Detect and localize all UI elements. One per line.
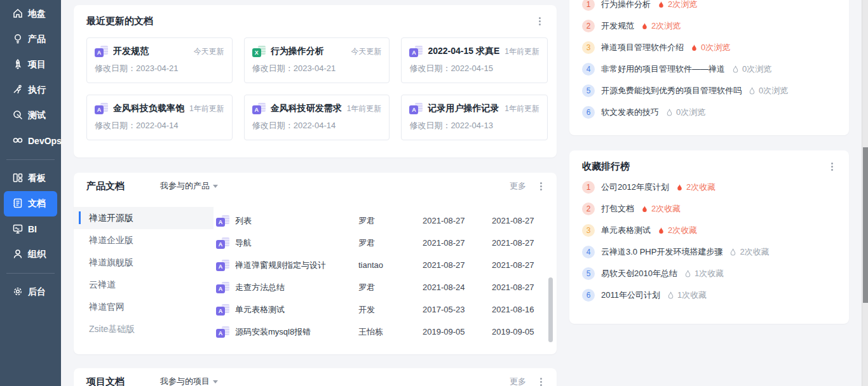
sidebar-item-home[interactable]: 地盘 bbox=[4, 1, 57, 27]
word-doc-icon: A bbox=[216, 304, 229, 316]
sidebar-item-product[interactable]: 产品 bbox=[4, 27, 57, 52]
product-item[interactable]: 禅道旗舰版 bbox=[74, 251, 214, 274]
table-row[interactable]: A 单元表格测试 开发 2017-05-23 2021-08-16 bbox=[216, 298, 544, 321]
doc-updated-date: 2019-09-05 bbox=[492, 327, 544, 336]
view-count: 2次浏览 bbox=[657, 0, 697, 10]
view-count: 2次浏览 bbox=[641, 20, 681, 32]
doc-created-date: 2017-05-23 bbox=[423, 305, 486, 314]
doc-updated-date: 2021-08-27 bbox=[492, 260, 544, 270]
recent-docs-grid: A 开发规范 今天更新 修改日期：2023-04-21 X 行为操作分析 今天更… bbox=[86, 37, 544, 140]
table-scrollbar[interactable] bbox=[548, 277, 553, 342]
favorite-rank-card: 收藏排行榜 1 公司2012年度计划 2次收藏 2 打包文档 2次收藏 3 单元… bbox=[569, 150, 849, 324]
doc-tile-badge: 今天更新 bbox=[194, 46, 224, 57]
project-filter-dropdown[interactable]: 我参与的项目 bbox=[160, 376, 218, 386]
doc-tile[interactable]: A 金风科技负载率饱 1年前更新 修改日期：2022-04-14 bbox=[86, 95, 233, 140]
doc-tile[interactable]: A 2022-04-15 求真E 1年前更新 修改日期：2022-04-15 bbox=[401, 37, 548, 83]
table-row[interactable]: A 源码安装mysql8报错 王怡栋 2019-09-05 2019-09-05 bbox=[216, 321, 544, 343]
sidebar-item-organization[interactable]: 组织 bbox=[4, 242, 57, 267]
document-icon bbox=[12, 197, 24, 211]
rank-doc-link[interactable]: 非常好用的项目管理软件——禅道 bbox=[601, 63, 725, 75]
rank-item: 5 开源免费能找到优秀的项目管理软件吗 0次浏览 bbox=[569, 80, 849, 102]
table-row[interactable]: A 走查方法总结 罗君 2021-08-24 2021-08-27 bbox=[216, 276, 544, 298]
rank-number-badge: 5 bbox=[582, 84, 595, 97]
product-item[interactable]: 禅道企业版 bbox=[74, 229, 214, 251]
rank-doc-link[interactable]: 开源免费能找到优秀的项目管理软件吗 bbox=[601, 85, 742, 96]
word-doc-icon: A bbox=[216, 237, 229, 249]
rank-doc-link[interactable]: 2011年公司计划 bbox=[601, 290, 660, 301]
sidebar-item-kanban[interactable]: 看板 bbox=[4, 166, 57, 191]
recent-docs-title: 最近更新的文档 bbox=[86, 15, 153, 27]
rank-item: 5 易软天创2010年总结 1次收藏 bbox=[569, 263, 849, 284]
doc-created-date: 2019-09-05 bbox=[423, 327, 486, 336]
doc-tile[interactable]: X 行为操作分析 今天更新 修改日期：2023-04-21 bbox=[244, 37, 390, 83]
sidebar-item-admin[interactable]: 后台 bbox=[4, 279, 57, 305]
clipped-table-row: A bbox=[216, 199, 544, 204]
kebab-menu-icon[interactable] bbox=[535, 17, 544, 27]
rank-doc-link[interactable]: 开发规范 bbox=[601, 20, 634, 32]
more-link[interactable]: 更多 bbox=[510, 376, 526, 386]
favorite-rank-title: 收藏排行榜 bbox=[582, 161, 630, 173]
app-window: 地盘 产品 项目 执行 测试 DevOps 看板 文档 bbox=[0, 0, 868, 386]
project-docs-title: 项目文档 bbox=[86, 376, 125, 386]
sidebar-item-bi[interactable]: BI bbox=[4, 216, 57, 242]
word-doc-icon: A bbox=[409, 103, 423, 114]
sidebar-item-label: DevOps bbox=[28, 136, 62, 146]
doc-title: 走查方法总结 bbox=[235, 282, 353, 293]
doc-author: 罗君 bbox=[358, 282, 417, 293]
devops-icon bbox=[12, 135, 24, 148]
table-row[interactable]: A 列表 罗君 2021-08-27 2021-08-27 bbox=[216, 210, 544, 232]
product-item[interactable]: 云禅道 bbox=[74, 274, 214, 296]
rank-number-badge: 3 bbox=[582, 224, 595, 237]
sidebar-item-label: 看板 bbox=[28, 173, 46, 184]
page-scrollbar[interactable] bbox=[862, 0, 868, 386]
rank-doc-link[interactable]: 云禅道3.0 PHP开发环境搭建步骤 bbox=[601, 246, 722, 258]
rank-doc-link[interactable]: 易软天创2010年总结 bbox=[601, 268, 677, 279]
doc-tile[interactable]: A 金风科技研发需求 1年前更新 修改日期：2022-04-14 bbox=[244, 95, 390, 140]
rank-item: 2 打包文档 2次收藏 bbox=[569, 198, 849, 220]
rank-doc-link[interactable]: 单元表格测试 bbox=[601, 225, 651, 236]
product-item[interactable]: Zsite基础版 bbox=[74, 318, 214, 340]
word-doc-icon: A bbox=[95, 103, 108, 114]
word-doc-icon: A bbox=[216, 326, 229, 338]
table-row[interactable]: A 禅道弹窗规则指定与设计 tiantao 2021-08-27 2021-08… bbox=[216, 254, 544, 276]
rank-number-badge: 6 bbox=[582, 289, 595, 302]
sidebar-item-execution[interactable]: 执行 bbox=[4, 77, 57, 103]
rank-doc-link[interactable]: 禅道项目管理软件介绍 bbox=[601, 42, 684, 53]
doc-author: 王怡栋 bbox=[358, 326, 417, 338]
rank-item: 4 云禅道3.0 PHP开发环境搭建步骤 2次收藏 bbox=[569, 241, 849, 263]
product-item[interactable]: 禅道官网 bbox=[74, 296, 214, 318]
sidebar: 地盘 产品 项目 执行 测试 DevOps 看板 文档 bbox=[0, 0, 61, 386]
doc-title: 单元表格测试 bbox=[235, 304, 353, 316]
kebab-menu-icon[interactable] bbox=[536, 181, 545, 191]
doc-tile-badge: 1年前更新 bbox=[505, 46, 539, 57]
table-row[interactable]: A 导航 罗君 2021-08-27 2021-08-27 bbox=[216, 232, 544, 254]
word-doc-icon: A bbox=[216, 282, 229, 293]
doc-tile-title: 金风科技负载率饱 bbox=[113, 103, 184, 114]
product-list: 禅道开源版 禅道企业版 禅道旗舰版 云禅道 禅道官网 Zsite基础版 bbox=[74, 199, 214, 354]
bi-icon bbox=[12, 223, 24, 236]
more-link[interactable]: 更多 bbox=[510, 180, 526, 192]
doc-author: 罗君 bbox=[358, 237, 417, 249]
sidebar-item-document[interactable]: 文档 bbox=[4, 191, 57, 216]
rank-doc-link[interactable]: 公司2012年度计划 bbox=[601, 182, 669, 193]
doc-tile[interactable]: A 记录用户操作记录 1年前更新 修改日期：2022-04-13 bbox=[401, 95, 548, 140]
doc-tile-date: 修改日期：2022-04-15 bbox=[409, 63, 539, 74]
page-scrollbar-thumb[interactable] bbox=[863, 147, 868, 303]
doc-tile[interactable]: A 开发规范 今天更新 修改日期：2023-04-21 bbox=[86, 37, 233, 83]
product-item[interactable]: 禅道开源版 bbox=[74, 207, 214, 229]
doc-updated-date: 2021-08-16 bbox=[492, 305, 544, 314]
product-filter-dropdown[interactable]: 我参与的产品 bbox=[160, 180, 218, 192]
sidebar-item-project[interactable]: 项目 bbox=[4, 52, 57, 77]
kebab-menu-icon[interactable] bbox=[827, 162, 836, 172]
kebab-menu-icon[interactable] bbox=[536, 376, 545, 386]
chevron-down-icon bbox=[213, 380, 218, 383]
sidebar-item-test[interactable]: 测试 bbox=[4, 103, 57, 128]
rank-number-badge: 3 bbox=[582, 41, 595, 54]
sidebar-item-devops[interactable]: DevOps bbox=[4, 128, 57, 154]
kanban-icon bbox=[12, 172, 24, 185]
doc-title: 列表 bbox=[235, 215, 353, 227]
rank-doc-link[interactable]: 打包文档 bbox=[601, 203, 634, 215]
rank-doc-link[interactable]: 行为操作分析 bbox=[601, 0, 651, 10]
doc-author: tiantao bbox=[358, 260, 417, 270]
rank-doc-link[interactable]: 软文发表的技巧 bbox=[601, 107, 659, 118]
